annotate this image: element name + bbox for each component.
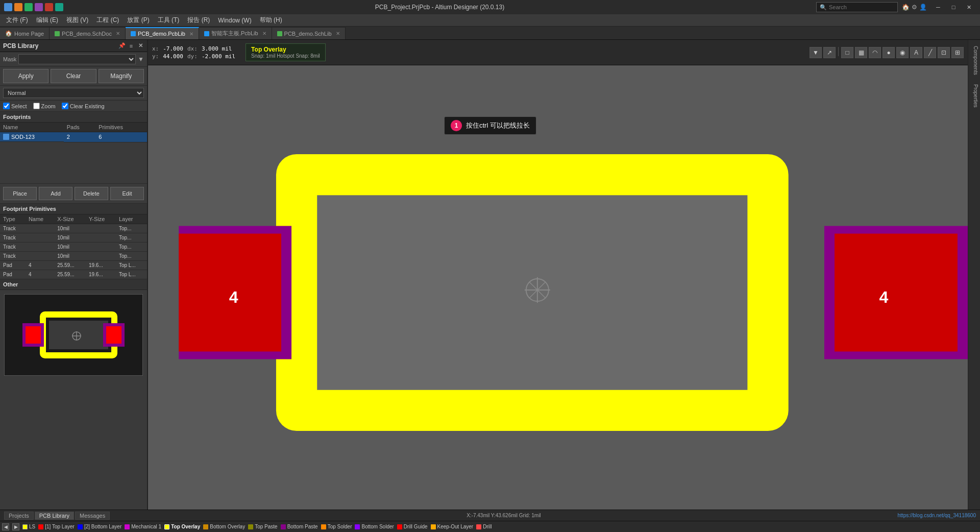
prim-col-type[interactable]: Type xyxy=(0,214,26,224)
apply-button[interactable]: Apply xyxy=(3,69,48,83)
canvas-area[interactable]: x: -7.000 dx: 3.000 mil y: 44.000 dy: -2… xyxy=(148,40,968,510)
fill-tool[interactable]: ● xyxy=(883,47,895,58)
tab-schlib[interactable]: PCB_demo.SchLib ✕ xyxy=(272,27,346,39)
fp-col-name[interactable]: Name xyxy=(0,123,64,132)
bottombar: Projects PCB Library Messages X:-7.43mil… xyxy=(0,510,980,521)
prim-row-4[interactable]: Pad425.59...19.6...Top L... xyxy=(0,260,147,270)
pcb-drawing-area[interactable]: 1 按住ctrl 可以把线拉长 xyxy=(148,65,968,510)
filter-tool[interactable]: ▼ xyxy=(810,47,822,58)
tab-pcblib[interactable]: PCB_demo.PcbLib ✕ xyxy=(126,27,199,39)
tab-schdoc[interactable]: PCB_demo.SchDoc ✕ xyxy=(50,27,126,39)
zhiche-close[interactable]: ✕ xyxy=(262,31,266,36)
menu-file[interactable]: 文件 (F) xyxy=(2,15,32,26)
prim-col-ysize[interactable]: Y-Size xyxy=(86,214,116,224)
layer-ls[interactable]: LS xyxy=(22,524,35,529)
menu-project[interactable]: 工程 (C) xyxy=(92,15,123,26)
zoom-checkbox-label[interactable]: Zoom xyxy=(33,103,56,109)
close-button[interactable]: ✕ xyxy=(962,2,976,12)
comp1-tool[interactable]: ⊡ xyxy=(938,47,950,58)
fp-col-pads[interactable]: Pads xyxy=(64,123,96,132)
delete-button[interactable]: Delete xyxy=(75,187,108,200)
route-tool[interactable]: ↗ xyxy=(823,47,836,58)
select-checkbox-label[interactable]: Select xyxy=(3,103,27,109)
tab-zhiche[interactable]: 智能车主板.PcbLib ✕ xyxy=(199,27,272,39)
prim-row-5[interactable]: Pad425.59...19.6...Top L... xyxy=(0,270,147,279)
mask-select[interactable]: All None xyxy=(18,54,136,64)
prim-row-2[interactable]: Track10milTop... xyxy=(0,242,147,251)
add-button[interactable]: Add xyxy=(39,187,72,200)
tab-pcblib-label: PCB_demo.PcbLib xyxy=(138,31,185,37)
text-tool[interactable]: A xyxy=(910,47,922,58)
fp-row-sod123[interactable]: SOD-123 2 6 xyxy=(0,132,147,142)
tab-pcb-library[interactable]: PCB Library xyxy=(35,512,74,520)
minimize-button[interactable]: ─ xyxy=(931,2,945,12)
place-button[interactable]: Place xyxy=(3,187,37,200)
panel-menu-icon[interactable]: ≡ xyxy=(128,42,135,50)
line-tool[interactable]: ╱ xyxy=(924,47,936,58)
layer-label-top: [1] Top Layer xyxy=(45,524,75,529)
select-tool[interactable]: □ xyxy=(841,47,853,58)
search-box[interactable]: 🔍 xyxy=(816,2,898,12)
maximize-button[interactable]: □ xyxy=(946,2,961,12)
clear-existing-checkbox[interactable] xyxy=(62,103,68,109)
magnify-button[interactable]: Magnify xyxy=(99,69,144,83)
right-tab-components[interactable]: Components xyxy=(969,42,979,79)
mini-preview xyxy=(4,294,143,376)
right-tab-properties[interactable]: Properties xyxy=(969,80,979,112)
clear-existing-checkbox-label[interactable]: Clear Existing xyxy=(62,103,105,109)
menu-edit[interactable]: 编辑 (E) xyxy=(32,15,62,26)
sep1 xyxy=(838,47,839,56)
schlib-close[interactable]: ✕ xyxy=(336,31,340,36)
layer-toppaste[interactable]: Top Paste xyxy=(248,524,277,529)
menu-window[interactable]: Window (W) xyxy=(214,16,255,25)
prim-row-3[interactable]: Track10milTop... xyxy=(0,251,147,260)
app-icon-5 xyxy=(45,3,53,11)
layer-keepout[interactable]: Keep-Out Layer xyxy=(431,524,474,529)
edit-button[interactable]: Edit xyxy=(110,187,144,200)
zoom-checkbox[interactable] xyxy=(33,103,40,109)
menu-report[interactable]: 报告 (R) xyxy=(183,15,214,26)
panel-title: PCB Library xyxy=(3,42,38,50)
layer-mech1[interactable]: Mechanical 1 xyxy=(125,524,161,529)
pin-icon[interactable]: 📌 xyxy=(118,42,126,50)
tab-schdoc-label: PCB_demo.SchDoc xyxy=(62,31,112,37)
layer-top[interactable]: [1] Top Layer xyxy=(38,524,75,529)
layer-topoverlay[interactable]: Top Overlay xyxy=(164,524,200,529)
tab-home[interactable]: 🏠 Home Page xyxy=(0,27,50,39)
layer-label-toppaste: Top Paste xyxy=(255,524,277,529)
prim-col-layer[interactable]: Layer xyxy=(116,214,147,224)
pcblib-close[interactable]: ✕ xyxy=(189,31,193,37)
menu-view[interactable]: 视图 (V) xyxy=(62,15,92,26)
prim-row-1[interactable]: Track10milTop... xyxy=(0,233,147,242)
search-input[interactable] xyxy=(829,4,885,10)
mode-select[interactable]: Normal Zoom Mask xyxy=(3,88,144,98)
select-checkbox[interactable] xyxy=(3,103,10,109)
prim-col-name[interactable]: Name xyxy=(26,214,54,224)
layer-prev[interactable]: ◀ xyxy=(2,523,9,530)
tab-projects[interactable]: Projects xyxy=(4,512,34,520)
panel-close-icon[interactable]: ✕ xyxy=(137,42,144,50)
table-tool[interactable]: ▦ xyxy=(855,47,867,58)
prim-row-0[interactable]: Track10milTop... xyxy=(0,224,147,233)
menu-help[interactable]: 帮助 (H) xyxy=(256,15,286,26)
fp-col-primitives[interactable]: Primitives xyxy=(95,123,147,132)
comp2-tool[interactable]: ⊞ xyxy=(951,47,964,58)
layer-topsolder[interactable]: Top Solder xyxy=(321,524,352,529)
layer-drill[interactable]: Drill xyxy=(476,524,492,529)
layer-bottomsolder[interactable]: Bottom Solder xyxy=(355,524,394,529)
schdoc-close[interactable]: ✕ xyxy=(116,31,120,36)
pad-tool[interactable]: ◉ xyxy=(896,47,909,58)
zhiche-icon xyxy=(204,31,209,36)
mini-preview-svg xyxy=(12,307,135,363)
prim-col-xsize[interactable]: X-Size xyxy=(54,214,86,224)
layer-drillguide[interactable]: Drill Guide xyxy=(397,524,428,529)
tab-messages[interactable]: Messages xyxy=(75,512,110,520)
arc-tool[interactable]: ◠ xyxy=(869,47,881,58)
layer-bottomoverlay[interactable]: Bottom Overlay xyxy=(203,524,245,529)
layer-bottompaste[interactable]: Bottom Paste xyxy=(281,524,318,529)
menu-place[interactable]: 放置 (P) xyxy=(123,15,153,26)
clear-button[interactable]: Clear xyxy=(51,69,96,83)
layer-bottom[interactable]: [2] Bottom Layer xyxy=(78,524,121,529)
layer-next[interactable]: ▶ xyxy=(12,523,19,530)
menu-tools[interactable]: 工具 (T) xyxy=(154,15,184,26)
